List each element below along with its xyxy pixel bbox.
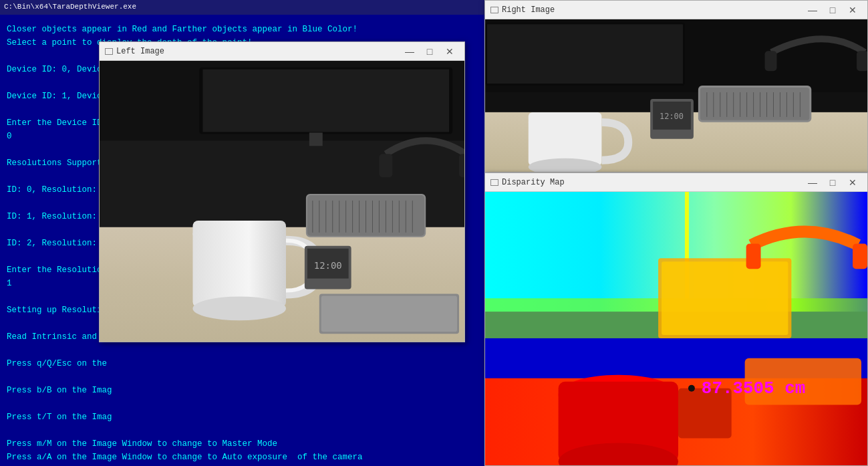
close-button-disparity[interactable]: ✕ [843,175,862,190]
right-image-content: 12:00 [485,19,867,172]
term-line-29: Press t/T on the Imag [7,413,112,422]
term-line-31: Press m/M on the Image Window to change … [7,439,277,449]
terminal-titlebar: C:\Bin\x64\TaraDepthViewer.exe [0,0,484,15]
svg-rect-71 [662,261,788,335]
term-line-0: Closer objects appear in Red and Farther… [7,25,357,34]
left-image-titlebar[interactable]: Left Image — □ ✕ [100,42,464,61]
term-line-32: Press a/A on the Image Window to change … [7,453,363,462]
disparity-map-content: 87.3505 cm [485,192,867,465]
terminal-title: C:\Bin\x64\TaraDepthViewer.exe [4,1,136,13]
close-button-right[interactable]: ✕ [843,3,862,17]
left-image-content: 12:00 [100,61,464,342]
term-line-27: Press b/B on the Imag [7,386,112,395]
right-image-window: Right Image — □ ✕ [484,0,868,172]
svg-text:87.3505 cm: 87.3505 cm [702,378,805,398]
window-controls-disparity: — □ ✕ [803,175,862,190]
window-controls-right: — □ ✕ [803,3,862,17]
svg-rect-42 [700,88,809,120]
disparity-title: Disparity Map [502,178,565,187]
svg-point-80 [688,385,695,392]
maximize-button-right[interactable]: □ [823,3,842,17]
svg-rect-72 [746,243,761,269]
term-line-25: Press q/Q/Esc on the [7,359,107,368]
right-image-title: Right Image [502,5,555,15]
window-controls: — □ ✕ [400,44,459,59]
window-icon [490,179,498,186]
left-image-window: Left Image — □ ✕ [99,41,465,342]
term-line-10: Resolutions Supported [7,158,112,168]
maximize-button-disparity[interactable]: □ [823,175,842,190]
disparity-map-window: Disparity Map — □ ✕ [484,172,868,466]
svg-rect-73 [853,243,867,269]
svg-rect-34 [459,154,464,177]
term-line-19: 1 [7,279,12,288]
svg-rect-33 [379,154,392,177]
svg-rect-26 [192,221,285,308]
svg-rect-4 [309,132,323,146]
maximize-button[interactable]: □ [420,44,439,59]
svg-text:12:00: 12:00 [314,260,342,271]
disparity-titlebar[interactable]: Disparity Map — □ ✕ [485,173,867,192]
left-image-svg: 12:00 [100,61,464,342]
svg-rect-38 [487,24,683,84]
minimize-button-right[interactable]: — [803,3,822,17]
disparity-svg: 87.3505 cm [485,192,867,465]
window-icon [490,7,498,13]
window-icon [105,48,113,55]
term-line-8: 0 [7,132,12,141]
term-line-21: Setting up Resolution [7,306,112,315]
close-button[interactable]: ✕ [440,44,459,59]
svg-rect-32 [321,296,457,332]
minimize-button[interactable]: — [400,44,419,59]
svg-text:12:00: 12:00 [660,112,684,121]
term-line-23: Read Intrinsic and Ex [7,332,112,342]
svg-rect-62 [857,51,867,71]
left-image-title: Left Image [116,47,164,56]
svg-rect-3 [202,70,449,132]
svg-rect-61 [765,51,777,71]
term-line-7: Enter the Device ID t [7,118,112,128]
right-image-titlebar[interactable]: Right Image — □ ✕ [485,1,867,19]
svg-point-27 [192,296,285,320]
right-image-svg: 12:00 [485,19,867,172]
svg-rect-64 [529,112,602,166]
minimize-button-disparity[interactable]: — [803,175,822,190]
